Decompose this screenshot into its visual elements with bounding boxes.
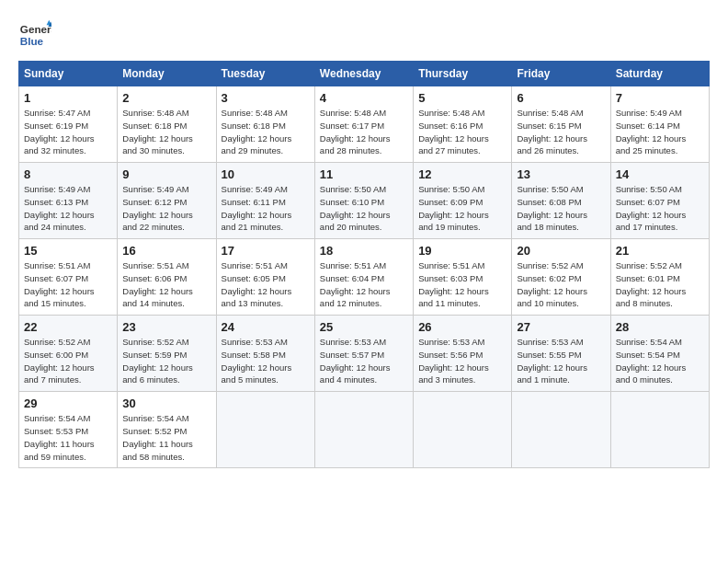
weekday-header-friday: Friday bbox=[512, 62, 610, 86]
day-info: Sunrise: 5:52 AMSunset: 6:02 PMDaylight:… bbox=[517, 259, 605, 310]
calendar-cell: 21Sunrise: 5:52 AMSunset: 6:01 PMDayligh… bbox=[610, 239, 709, 316]
day-number: 2 bbox=[122, 91, 210, 105]
weekday-header-saturday: Saturday bbox=[610, 62, 709, 86]
day-info: Sunrise: 5:53 AMSunset: 5:56 PMDaylight:… bbox=[418, 336, 506, 386]
calendar-cell: 28Sunrise: 5:54 AMSunset: 5:54 PMDayligh… bbox=[610, 316, 709, 392]
day-info: Sunrise: 5:48 AMSunset: 6:15 PMDaylight:… bbox=[517, 107, 605, 157]
logo-icon: General Blue bbox=[18, 18, 51, 52]
calendar-cell bbox=[610, 392, 709, 468]
calendar-cell: 18Sunrise: 5:51 AMSunset: 6:04 PMDayligh… bbox=[314, 239, 413, 316]
day-info: Sunrise: 5:49 AMSunset: 6:11 PMDaylight:… bbox=[222, 183, 310, 234]
day-info: Sunrise: 5:51 AMSunset: 6:05 PMDaylight:… bbox=[222, 259, 310, 310]
day-info: Sunrise: 5:52 AMSunset: 6:01 PMDaylight:… bbox=[616, 259, 704, 310]
calendar-cell: 6Sunrise: 5:48 AMSunset: 6:15 PMDaylight… bbox=[512, 86, 610, 163]
calendar-cell: 25Sunrise: 5:53 AMSunset: 5:57 PMDayligh… bbox=[314, 316, 413, 392]
weekday-header-monday: Monday bbox=[118, 62, 216, 86]
calendar-cell: 20Sunrise: 5:52 AMSunset: 6:02 PMDayligh… bbox=[512, 239, 610, 316]
day-number: 24 bbox=[222, 320, 310, 334]
day-info: Sunrise: 5:48 AMSunset: 6:16 PMDaylight:… bbox=[418, 107, 506, 157]
day-number: 19 bbox=[418, 244, 506, 258]
day-number: 6 bbox=[517, 91, 605, 105]
day-number: 17 bbox=[222, 244, 310, 258]
day-number: 30 bbox=[122, 396, 210, 410]
calendar-cell: 4Sunrise: 5:48 AMSunset: 6:17 PMDaylight… bbox=[314, 86, 413, 163]
calendar-cell: 16Sunrise: 5:51 AMSunset: 6:06 PMDayligh… bbox=[118, 239, 216, 316]
day-info: Sunrise: 5:49 AMSunset: 6:13 PMDaylight:… bbox=[24, 183, 112, 234]
day-info: Sunrise: 5:52 AMSunset: 6:00 PMDaylight:… bbox=[24, 336, 112, 386]
calendar-cell: 15Sunrise: 5:51 AMSunset: 6:07 PMDayligh… bbox=[19, 239, 118, 316]
day-info: Sunrise: 5:50 AMSunset: 6:08 PMDaylight:… bbox=[517, 183, 605, 234]
day-info: Sunrise: 5:51 AMSunset: 6:04 PMDaylight:… bbox=[320, 259, 408, 310]
calendar-cell: 12Sunrise: 5:50 AMSunset: 6:09 PMDayligh… bbox=[414, 163, 512, 239]
calendar-cell: 2Sunrise: 5:48 AMSunset: 6:18 PMDaylight… bbox=[118, 86, 216, 163]
day-number: 18 bbox=[320, 244, 408, 258]
day-info: Sunrise: 5:49 AMSunset: 6:14 PMDaylight:… bbox=[616, 107, 704, 157]
day-number: 5 bbox=[418, 91, 506, 105]
day-info: Sunrise: 5:49 AMSunset: 6:12 PMDaylight:… bbox=[122, 183, 210, 234]
day-info: Sunrise: 5:54 AMSunset: 5:53 PMDaylight:… bbox=[24, 412, 112, 463]
day-number: 15 bbox=[24, 244, 112, 258]
calendar-cell: 7Sunrise: 5:49 AMSunset: 6:14 PMDaylight… bbox=[610, 86, 709, 163]
calendar-cell: 8Sunrise: 5:49 AMSunset: 6:13 PMDaylight… bbox=[19, 163, 118, 239]
day-number: 16 bbox=[122, 244, 210, 258]
weekday-header-tuesday: Tuesday bbox=[216, 62, 314, 86]
day-number: 10 bbox=[222, 167, 310, 181]
weekday-header-thursday: Thursday bbox=[414, 62, 512, 86]
day-number: 21 bbox=[616, 244, 704, 258]
calendar-cell: 26Sunrise: 5:53 AMSunset: 5:56 PMDayligh… bbox=[414, 316, 512, 392]
day-info: Sunrise: 5:51 AMSunset: 6:07 PMDaylight:… bbox=[24, 259, 112, 310]
calendar-cell: 14Sunrise: 5:50 AMSunset: 6:07 PMDayligh… bbox=[610, 163, 709, 239]
day-number: 13 bbox=[517, 167, 605, 181]
day-info: Sunrise: 5:48 AMSunset: 6:17 PMDaylight:… bbox=[320, 107, 408, 157]
day-info: Sunrise: 5:50 AMSunset: 6:07 PMDaylight:… bbox=[616, 183, 704, 234]
day-info: Sunrise: 5:53 AMSunset: 5:55 PMDaylight:… bbox=[517, 336, 605, 386]
day-info: Sunrise: 5:53 AMSunset: 5:57 PMDaylight:… bbox=[320, 336, 408, 386]
header: General Blue bbox=[18, 18, 710, 52]
day-number: 9 bbox=[122, 167, 210, 181]
calendar-cell: 17Sunrise: 5:51 AMSunset: 6:05 PMDayligh… bbox=[216, 239, 314, 316]
day-number: 28 bbox=[616, 320, 704, 334]
day-number: 25 bbox=[320, 320, 408, 334]
calendar-cell: 13Sunrise: 5:50 AMSunset: 6:08 PMDayligh… bbox=[512, 163, 610, 239]
calendar-cell bbox=[414, 392, 512, 468]
calendar-cell: 27Sunrise: 5:53 AMSunset: 5:55 PMDayligh… bbox=[512, 316, 610, 392]
weekday-header-wednesday: Wednesday bbox=[314, 62, 413, 86]
day-info: Sunrise: 5:54 AMSunset: 5:54 PMDaylight:… bbox=[616, 336, 704, 386]
calendar-cell: 1Sunrise: 5:47 AMSunset: 6:19 PMDaylight… bbox=[19, 86, 118, 163]
day-number: 12 bbox=[418, 167, 506, 181]
day-info: Sunrise: 5:47 AMSunset: 6:19 PMDaylight:… bbox=[24, 107, 112, 157]
day-info: Sunrise: 5:50 AMSunset: 6:10 PMDaylight:… bbox=[320, 183, 408, 234]
calendar-cell: 9Sunrise: 5:49 AMSunset: 6:12 PMDaylight… bbox=[118, 163, 216, 239]
day-number: 29 bbox=[24, 396, 112, 410]
day-number: 26 bbox=[418, 320, 506, 334]
calendar-cell: 3Sunrise: 5:48 AMSunset: 6:18 PMDaylight… bbox=[216, 86, 314, 163]
calendar-cell: 10Sunrise: 5:49 AMSunset: 6:11 PMDayligh… bbox=[216, 163, 314, 239]
day-info: Sunrise: 5:51 AMSunset: 6:03 PMDaylight:… bbox=[418, 259, 506, 310]
calendar-cell: 24Sunrise: 5:53 AMSunset: 5:58 PMDayligh… bbox=[216, 316, 314, 392]
day-info: Sunrise: 5:53 AMSunset: 5:58 PMDaylight:… bbox=[222, 336, 310, 386]
day-info: Sunrise: 5:50 AMSunset: 6:09 PMDaylight:… bbox=[418, 183, 506, 234]
day-number: 8 bbox=[24, 167, 112, 181]
svg-text:Blue: Blue bbox=[20, 35, 44, 47]
day-info: Sunrise: 5:52 AMSunset: 5:59 PMDaylight:… bbox=[122, 336, 210, 386]
calendar-cell bbox=[216, 392, 314, 468]
day-number: 23 bbox=[122, 320, 210, 334]
day-number: 4 bbox=[320, 91, 408, 105]
calendar-cell: 23Sunrise: 5:52 AMSunset: 5:59 PMDayligh… bbox=[118, 316, 216, 392]
day-number: 22 bbox=[24, 320, 112, 334]
calendar-cell: 29Sunrise: 5:54 AMSunset: 5:53 PMDayligh… bbox=[19, 392, 118, 468]
calendar-cell: 30Sunrise: 5:54 AMSunset: 5:52 PMDayligh… bbox=[118, 392, 216, 468]
calendar-cell bbox=[512, 392, 610, 468]
day-info: Sunrise: 5:54 AMSunset: 5:52 PMDaylight:… bbox=[122, 412, 210, 463]
calendar-cell: 19Sunrise: 5:51 AMSunset: 6:03 PMDayligh… bbox=[414, 239, 512, 316]
day-info: Sunrise: 5:48 AMSunset: 6:18 PMDaylight:… bbox=[222, 107, 310, 157]
day-number: 3 bbox=[222, 91, 310, 105]
day-info: Sunrise: 5:48 AMSunset: 6:18 PMDaylight:… bbox=[122, 107, 210, 157]
calendar-cell: 22Sunrise: 5:52 AMSunset: 6:00 PMDayligh… bbox=[19, 316, 118, 392]
logo: General Blue bbox=[18, 18, 51, 52]
day-number: 14 bbox=[616, 167, 704, 181]
weekday-header-sunday: Sunday bbox=[19, 62, 118, 86]
day-number: 1 bbox=[24, 91, 112, 105]
day-number: 20 bbox=[517, 244, 605, 258]
day-number: 7 bbox=[616, 91, 704, 105]
